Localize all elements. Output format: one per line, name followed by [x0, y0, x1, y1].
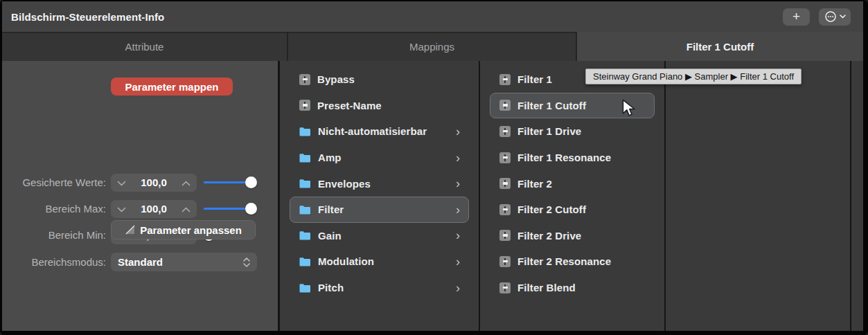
screen-control-inspector-window: Bildschirm-Steuerelement-Info + — [0, 0, 868, 335]
list-item[interactable]: Filter 2 — [490, 170, 655, 197]
folder-icon — [299, 283, 311, 293]
range-max-value: 100,0 — [126, 203, 181, 215]
list-item-label: Filter — [318, 203, 456, 215]
list-item-label: Filter 2 Drive — [517, 230, 646, 242]
fader-icon — [499, 178, 511, 189]
list-item[interactable]: Amp › — [290, 145, 469, 171]
slider-knob[interactable] — [245, 176, 257, 188]
slider-knob[interactable] — [245, 203, 257, 215]
content-area: Parameter mappen Gesicherte Werte: 100,0… — [2, 61, 863, 331]
folder-icon — [299, 257, 311, 266]
range-mode-row: Bereichsmodus: Standard — [2, 253, 278, 271]
fader-icon — [499, 204, 511, 215]
mapping-inspector-panel: Parameter mappen Gesicherte Werte: 100,0… — [2, 61, 278, 331]
list-item-label: Pitch — [318, 282, 456, 293]
browser-edge-strip — [851, 61, 863, 331]
tab-mappings[interactable]: Mappings — [288, 32, 576, 61]
range-max-slider[interactable] — [203, 203, 257, 215]
range-min-label: Bereich Min: — [2, 229, 106, 241]
list-item[interactable]: Bypass — [290, 66, 469, 93]
list-item-label: Filter 1 Resonance — [517, 152, 646, 163]
list-item[interactable]: Nicht-automatisierbar › — [290, 118, 469, 145]
fader-icon — [499, 230, 511, 241]
range-mode-value: Standard — [118, 256, 243, 268]
saved-values-row: Gesicherte Werte: 100,0 — [2, 173, 278, 192]
list-item[interactable]: Filter 1 Drive — [490, 118, 655, 145]
chevron-right-icon: › — [456, 152, 460, 164]
titlebar-buttons: + — [783, 8, 851, 26]
chevron-down-icon[interactable] — [117, 203, 126, 215]
list-item-label: Filter Blend — [517, 282, 646, 293]
up-down-chevrons-icon — [243, 257, 250, 267]
adjust-parameter-button[interactable]: Parameter anpassen — [111, 220, 256, 239]
ellipsis-circle-icon — [824, 10, 837, 23]
fader-icon — [499, 152, 511, 163]
range-max-label: Bereich Max: — [2, 203, 106, 215]
list-item-label: Envelopes — [318, 178, 456, 190]
chevron-up-icon[interactable] — [181, 203, 191, 215]
mapping-path-tooltip: Steinway Grand Piano ▶ Sampler ▶ Filter … — [585, 69, 801, 84]
chevron-right-icon: › — [456, 203, 460, 216]
fader-icon — [499, 282, 511, 293]
chevron-right-icon: › — [456, 282, 460, 294]
list-item[interactable]: Modulation › — [290, 248, 469, 275]
list-item[interactable]: Filter 2 Cutoff — [490, 197, 655, 223]
folder-icon — [299, 153, 311, 163]
saved-values-stepper[interactable]: 100,0 — [111, 174, 197, 192]
tab-filter-1-cutoff[interactable]: Filter 1 Cutoff — [577, 32, 863, 61]
list-item[interactable]: Pitch › — [290, 275, 469, 301]
list-item-label: Filter 1 Drive — [517, 125, 646, 137]
chevron-right-icon: › — [456, 125, 460, 138]
list-item[interactable]: Filter 2 Resonance — [490, 248, 655, 275]
list-item-label: Nicht-automatisierbar — [318, 125, 456, 137]
list-item-label: Filter 2 Resonance — [517, 255, 646, 267]
chevron-up-icon[interactable] — [181, 176, 191, 189]
chevron-right-icon: › — [456, 177, 460, 190]
folder-icon — [299, 179, 311, 188]
add-mapping-button[interactable]: + — [783, 8, 810, 26]
fader-icon — [499, 126, 511, 137]
list-item[interactable]: Filter Blend — [490, 275, 655, 301]
list-item[interactable]: Filter 2 Drive — [490, 223, 655, 249]
range-mode-label: Bereichsmodus: — [2, 256, 106, 268]
tab-attribute[interactable]: Attribute — [2, 32, 287, 61]
more-options-button[interactable] — [819, 8, 851, 26]
saved-values-value: 100,0 — [126, 176, 181, 188]
plus-icon: + — [792, 10, 800, 23]
saved-values-slider[interactable] — [203, 176, 257, 189]
chevron-right-icon: › — [456, 229, 460, 242]
range-mode-select[interactable]: Standard — [111, 253, 257, 271]
chevron-down-icon[interactable] — [117, 176, 126, 189]
range-max-stepper[interactable]: 100,0 — [111, 200, 197, 218]
list-item-label: Gain — [318, 230, 456, 242]
map-parameter-button[interactable]: Parameter mappen — [111, 78, 233, 96]
folder-icon — [299, 127, 311, 136]
range-max-row: Bereich Max: 100,0 — [2, 199, 278, 218]
folder-icon — [299, 230, 311, 240]
titlebar: Bildschirm-Steuerelement-Info + — [2, 1, 863, 32]
list-item-label: Filter 2 Cutoff — [517, 203, 646, 215]
chevron-down-icon — [840, 15, 846, 19]
saved-values-label: Gesicherte Werte: — [2, 176, 106, 188]
mapping-browser-category-column: Bypass Preset-Name Nicht-automatisierbar… — [280, 61, 479, 331]
list-item-label: Filter 2 — [517, 178, 646, 190]
list-item-label: Amp — [318, 152, 456, 163]
mapping-browser-empty-column — [666, 61, 850, 331]
list-item[interactable]: Envelopes › — [290, 170, 469, 197]
list-item[interactable]: Filter › — [290, 197, 469, 223]
list-item-label: Preset-Name — [317, 100, 460, 111]
list-item[interactable]: Preset-Name — [290, 93, 469, 119]
mouse-cursor — [621, 99, 638, 120]
ramp-icon — [125, 224, 136, 235]
list-item[interactable]: Gain › — [290, 223, 469, 249]
fader-icon — [499, 256, 511, 267]
fader-icon — [499, 100, 511, 111]
folder-icon — [299, 205, 311, 215]
adjust-parameter-label: Parameter anpassen — [140, 224, 242, 236]
tab-bar: Attribute Mappings Filter 1 Cutoff — [2, 32, 863, 61]
list-item[interactable]: Filter 1 Resonance — [490, 145, 655, 171]
fader-icon — [499, 74, 511, 85]
fader-icon — [299, 74, 310, 85]
list-item-label: Modulation — [318, 255, 456, 267]
fader-icon — [299, 100, 310, 111]
